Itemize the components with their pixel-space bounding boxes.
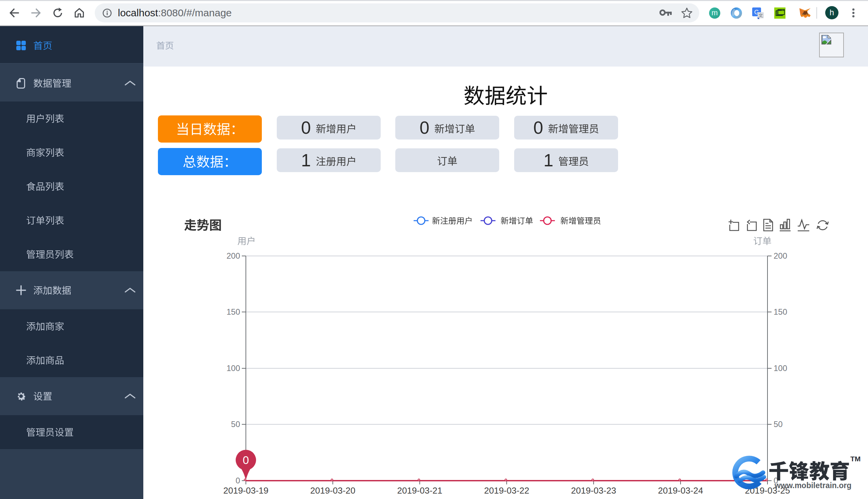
svg-text:0: 0 — [243, 454, 249, 466]
